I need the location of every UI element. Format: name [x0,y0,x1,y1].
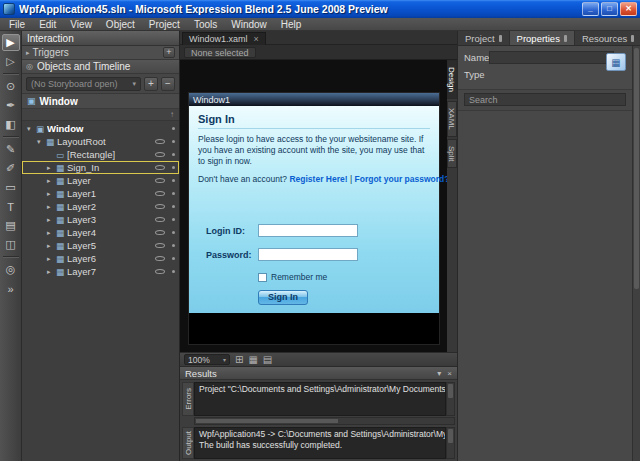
visibility-eye-icon[interactable] [155,256,165,261]
visibility-eye-icon[interactable] [155,152,165,157]
sign-in-button[interactable]: Sign In [258,290,308,305]
expander-icon[interactable]: ▾ [37,138,46,146]
expander-icon[interactable]: ▸ [47,164,56,172]
tree-item-layer[interactable]: ▸ ▦ Layer [22,174,179,187]
expander-icon[interactable]: ▸ [47,229,56,237]
pin-icon[interactable] [499,35,502,42]
lock-dot-icon[interactable] [172,140,175,143]
triggers-section-header[interactable]: ▸ Triggers + [22,46,179,60]
tab-errors[interactable]: Errors [182,382,194,416]
tree-item-layer3[interactable]: ▸ ▦ Layer3 [22,213,179,226]
storyboard-dropdown[interactable]: (No Storyboard open) ▾ [26,77,141,91]
tree-item-layer1[interactable]: ▸ ▦ Layer1 [22,187,179,200]
expander-icon[interactable]: ▸ [47,268,56,276]
name-input[interactable] [489,51,614,64]
tree-item-layer6[interactable]: ▸ ▦ Layer6 [22,252,179,265]
visibility-eye-icon[interactable] [155,178,165,183]
login-input[interactable] [258,224,358,237]
lock-dot-icon[interactable] [172,192,175,195]
scrollbar-thumb[interactable] [448,429,453,443]
right-panel-scrollbar[interactable] [632,46,640,461]
visibility-eye-icon[interactable] [155,269,165,274]
lock-dot-icon[interactable] [172,270,175,273]
lock-dot-icon[interactable] [172,166,175,169]
expander-icon[interactable]: ▸ [47,216,56,224]
close-storyboard-button[interactable]: − [161,77,175,91]
tree-item-layer4[interactable]: ▸ ▦ Layer4 [22,226,179,239]
search-input[interactable] [464,93,626,106]
zoom-tool-icon[interactable]: ⊙ [2,78,20,95]
visibility-eye-icon[interactable] [155,217,165,222]
show-grid-icon[interactable]: ▦ [248,354,257,366]
zoom-dropdown[interactable]: 100% ▾ [184,354,230,365]
scrollbar-thumb[interactable] [196,419,338,423]
lock-dot-icon[interactable] [172,244,175,247]
menu-window[interactable]: Window [224,18,274,31]
expander-icon[interactable]: ▸ [47,177,56,185]
eyedropper-tool-icon[interactable]: ✒ [2,97,20,114]
register-link[interactable]: Register Here! [289,174,347,184]
close-results-icon[interactable]: × [447,369,452,378]
scrollbar-thumb[interactable] [448,384,453,398]
new-storyboard-button[interactable]: + [144,77,158,91]
tree-item-window[interactable]: ▾ ▣ Window [22,122,179,135]
asset-library-icon[interactable]: » [2,280,20,297]
tab-xaml[interactable]: XAML [447,101,457,137]
tree-item-rectangle[interactable]: ▭ [Rectangle] [22,148,179,161]
tab-properties[interactable]: Properties [510,31,575,45]
tree-item-layer5[interactable]: ▸ ▦ Layer5 [22,239,179,252]
minimize-button[interactable]: _ [582,2,599,16]
menu-edit[interactable]: Edit [32,18,63,31]
tab-project[interactable]: Project [458,31,510,45]
paint-bucket-tool-icon[interactable]: ◧ [2,116,20,133]
errors-horizontal-scrollbar[interactable] [194,417,455,425]
rectangle-tool-icon[interactable]: ▭ [2,179,20,196]
text-tool-icon[interactable]: T [2,198,20,215]
output-scrollbar[interactable] [446,427,455,459]
tree-item-layoutroot[interactable]: ▾ ▦ LayoutRoot [22,135,179,148]
lock-dot-icon[interactable] [172,218,175,221]
pin-icon[interactable] [631,35,634,42]
snap-grid-icon[interactable]: ⊞ [235,354,243,366]
gradient-tool-icon[interactable]: ▤ [2,217,20,234]
selection-tool-icon[interactable]: ▶ [2,34,20,51]
pen-tool-icon[interactable]: ✎ [2,141,20,158]
lock-dot-icon[interactable] [172,179,175,182]
visibility-eye-icon[interactable] [155,230,165,235]
visibility-eye-icon[interactable] [155,204,165,209]
document-tab[interactable]: Window1.xaml × [182,32,266,45]
tree-item-sign-in[interactable]: ▸ ▦ Sign_In [22,161,179,174]
lock-dot-icon[interactable] [172,127,175,130]
menu-file[interactable]: File [2,18,32,31]
forgot-password-link[interactable]: Forgot your password? [355,174,450,184]
visibility-eye-icon[interactable] [155,139,165,144]
close-tab-icon[interactable]: × [254,34,259,44]
sign-in-form[interactable]: Sign In Please login to have access to t… [189,106,439,313]
lock-dot-icon[interactable] [172,231,175,234]
tree-item-layer7[interactable]: ▸ ▦ Layer7 [22,265,179,278]
expander-icon[interactable]: ▸ [47,242,56,250]
close-button[interactable]: ✕ [620,2,637,16]
scope-row[interactable]: ▣ Window [22,94,179,109]
password-input[interactable] [258,248,358,261]
menu-view[interactable]: View [63,18,99,31]
add-trigger-button[interactable]: + [163,47,175,58]
remember-checkbox[interactable] [258,273,267,282]
snap-guides-icon[interactable]: ▤ [263,354,272,366]
design-window-preview[interactable]: Window1 Sign In Please login to have acc… [188,92,440,345]
lock-dot-icon[interactable] [172,257,175,260]
menu-object[interactable]: Object [99,18,142,31]
visibility-eye-icon[interactable] [155,243,165,248]
chevron-right-icon[interactable]: ▸ [26,49,30,57]
tab-output[interactable]: Output [182,427,194,459]
panel-menu-icon[interactable]: ▾ [437,369,441,378]
expander-icon[interactable]: ▸ [47,190,56,198]
breadcrumb-selection[interactable]: None selected [184,47,256,58]
pin-icon[interactable] [564,35,567,42]
brush-transform-tool-icon[interactable]: ◫ [2,236,20,253]
expander-icon[interactable]: ▾ [27,125,36,133]
menu-help[interactable]: Help [274,18,309,31]
pencil-tool-icon[interactable]: ✐ [2,160,20,177]
visibility-eye-icon[interactable] [155,191,165,196]
menu-tools[interactable]: Tools [187,18,224,31]
